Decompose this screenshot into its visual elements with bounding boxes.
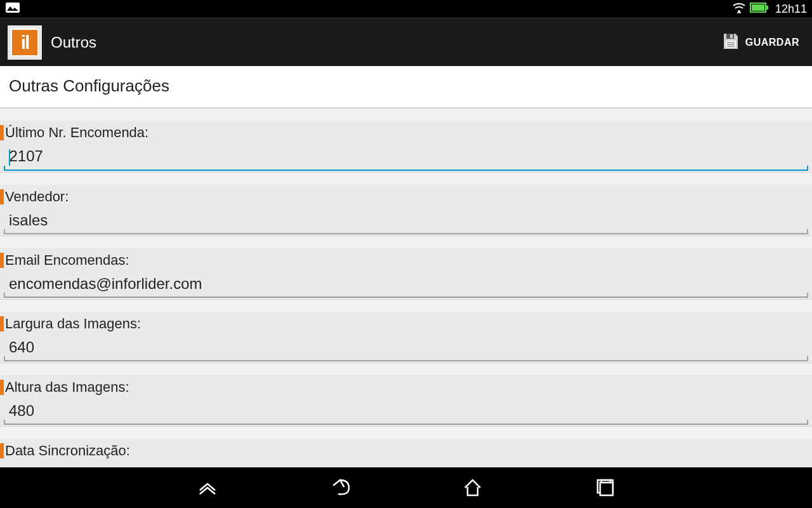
- nav-back-button[interactable]: [326, 474, 354, 502]
- save-icon: [721, 32, 740, 53]
- svg-rect-3: [752, 4, 764, 11]
- field-sync-date: Data Sincronização:: [0, 426, 812, 462]
- field-img-height: Altura das Imagens: 480: [0, 363, 812, 426]
- svg-rect-4: [766, 6, 768, 10]
- system-nav-bar: [0, 467, 812, 508]
- svg-rect-0: [6, 3, 20, 13]
- email-input[interactable]: encomendas@inforlider.com: [4, 271, 808, 298]
- nav-home-button[interactable]: [459, 474, 487, 502]
- svg-rect-6: [730, 34, 733, 38]
- field-label-sync-date: Data Sincronização:: [0, 439, 812, 462]
- label-marker-icon: [0, 189, 4, 204]
- seller-input[interactable]: isales: [4, 208, 808, 234]
- label-marker-icon: [0, 443, 4, 458]
- settings-form: Outras Configurações Último Nr. Encomend…: [0, 66, 812, 467]
- battery-icon: [750, 2, 769, 16]
- wifi-icon: [732, 2, 746, 16]
- status-bar: 12h11: [0, 0, 812, 18]
- action-bar: il Outros GUARDAR: [0, 18, 812, 66]
- field-seller: Vendedor: isales: [0, 172, 812, 236]
- save-button-label: GUARDAR: [745, 37, 799, 48]
- status-time: 12h11: [775, 3, 807, 16]
- field-label-email: Email Encomendas:: [0, 248, 812, 271]
- field-last-order: Último Nr. Encomenda: 2107: [0, 108, 812, 172]
- nav-recent-button[interactable]: [591, 474, 619, 502]
- field-label-img-width: Largura das Imagens:: [0, 312, 812, 335]
- save-button[interactable]: GUARDAR: [716, 27, 804, 58]
- label-marker-icon: [0, 316, 4, 331]
- label-marker-icon: [0, 125, 4, 140]
- label-marker-icon: [0, 253, 4, 268]
- page-title: Outros: [51, 34, 96, 51]
- field-label-seller: Vendedor:: [0, 185, 812, 208]
- nav-collapse-button[interactable]: [193, 474, 221, 502]
- field-email: Email Encomendas: encomendas@inforlider.…: [0, 236, 812, 299]
- img-width-input[interactable]: 640: [4, 335, 808, 361]
- label-marker-icon: [0, 380, 4, 395]
- field-img-width: Largura das Imagens: 640: [0, 299, 812, 363]
- field-label-img-height: Altura das Imagens:: [0, 375, 812, 398]
- svg-point-1: [738, 10, 740, 13]
- img-height-input[interactable]: 480: [4, 398, 808, 425]
- section-header: Outras Configurações: [0, 66, 812, 108]
- svg-rect-12: [600, 483, 613, 495]
- field-label-last-order: Último Nr. Encomenda:: [0, 121, 812, 144]
- app-logo[interactable]: il: [8, 25, 42, 60]
- last-order-input[interactable]: 2107: [4, 144, 808, 171]
- gallery-icon: [5, 2, 20, 16]
